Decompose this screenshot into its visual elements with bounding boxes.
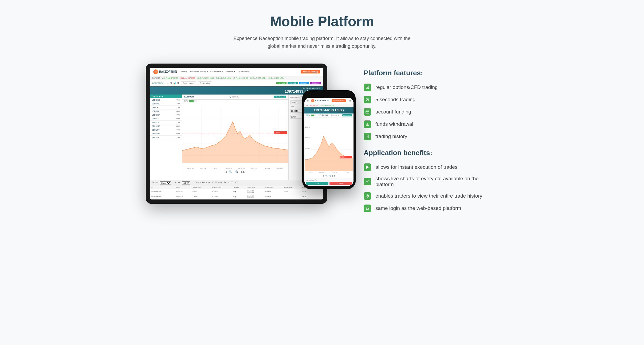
tablet-screen: R RACEOPTION Trading Account Funding ▾ S… bbox=[150, 68, 323, 199]
benefit-trade-history: enables traders to view their entire tra… bbox=[364, 192, 498, 200]
currency-usdjpy[interactable]: USD/JPY79% bbox=[150, 106, 182, 109]
chart-area: EUR/USD 🔍 00:00:43 Candle chart 56% bbox=[182, 95, 288, 180]
ticker-2: A-A Profit $75 USD bbox=[162, 77, 178, 79]
svg-line-29 bbox=[367, 100, 368, 100]
svg-marker-37 bbox=[366, 166, 369, 169]
svg-rect-30 bbox=[366, 111, 369, 113]
phone-logo-icon: R bbox=[311, 99, 314, 102]
svg-text:1.12044: 1.12044 bbox=[305, 158, 310, 160]
feature-text-3: account funding bbox=[375, 109, 411, 115]
quick-100-btn[interactable]: +100 USD bbox=[276, 82, 286, 84]
ticker-bar: GLT USD A-A Profit $75 USD S3 Loss 687 U… bbox=[150, 76, 323, 80]
phone-up-btn[interactable]: ▲ UP bbox=[306, 182, 328, 185]
ticker-5: F- Profit 143 USD bbox=[216, 77, 231, 79]
toolbar-icon-1[interactable]: ☰ bbox=[167, 82, 169, 84]
benefit-text-2: shows live charts of every cfd available… bbox=[375, 176, 498, 187]
benefit-icon-2 bbox=[364, 178, 371, 185]
feature-regular-options: regular options/CFD trading bbox=[364, 84, 498, 91]
feature-icon-3 bbox=[364, 108, 371, 116]
svg-text:1.12068: 1.12068 bbox=[305, 148, 310, 149]
trader-control-btn[interactable]: Trader control bbox=[181, 81, 196, 85]
currency-usdchf[interactable]: USD/CHF77% bbox=[150, 113, 182, 117]
currency-usdsek[interactable]: USD/SEK70% bbox=[150, 98, 182, 102]
feature-icon-2 bbox=[364, 96, 371, 103]
nav-settings[interactable]: Settings ▾ bbox=[225, 70, 235, 73]
feature-account-funding: account funding bbox=[364, 108, 498, 116]
chart-svg: 1.08975 1.08718 1.09714 1.08950 bbox=[182, 103, 288, 167]
feature-funds-withdrawal: funds withdrawal bbox=[364, 120, 498, 128]
nav-statements[interactable]: Statements ▾ bbox=[210, 70, 223, 73]
toolbar-icon-4[interactable]: ⚙ bbox=[177, 82, 179, 84]
chart-header: EUR/USD 🔍 00:00:43 Candle chart bbox=[182, 95, 288, 100]
currency-gbpjpy[interactable]: GBP/JPY70% bbox=[150, 128, 182, 132]
svg-text:1.08975: 1.08975 bbox=[274, 132, 281, 134]
asset-select[interactable]: All bbox=[182, 181, 190, 185]
phone-screen: ☰ R RACEOPTION Account funding ☰ P.E Los… bbox=[304, 98, 354, 186]
phone-down-btn[interactable]: ▼ DOWN bbox=[329, 182, 352, 185]
main-layout: ID: RCOMA/000USD 139714933.54 USD ▾ Curr… bbox=[150, 86, 323, 180]
currency-gbpusd[interactable]: GBP/USD85% bbox=[150, 124, 182, 128]
chart-nav-right[interactable]: ▶▶ bbox=[241, 170, 245, 173]
currency-usdrub[interactable]: USD/RUB70% bbox=[150, 102, 182, 106]
tablet-account-funding-btn[interactable]: Account funding bbox=[301, 70, 320, 73]
chart-zoom-in[interactable]: 🔍+ bbox=[229, 170, 234, 173]
benefit-same-login: same login as the web-based platform bbox=[364, 205, 498, 212]
table-row: RCOM5TE0017 USD/CAD 1.39271 1.39161 Put▶… bbox=[150, 194, 323, 199]
copy-trading-btn[interactable]: Copy trading bbox=[198, 81, 212, 85]
nav-trading[interactable]: Trading bbox=[180, 70, 187, 73]
phone-nav: ☰ R RACEOPTION Account funding ☰ bbox=[304, 98, 354, 104]
phone-zoom-in[interactable]: 🔍 bbox=[325, 175, 328, 177]
benefit-text-3: enables traders to view their entire tra… bbox=[375, 193, 482, 199]
nav-account-funding[interactable]: Account Funding ▾ bbox=[190, 70, 208, 73]
status-select[interactable]: Open bbox=[160, 181, 171, 185]
svg-text:1.12069: 1.12069 bbox=[305, 126, 310, 128]
benefit-icon-4 bbox=[364, 205, 371, 212]
ticker-1: GLT USD bbox=[152, 77, 160, 79]
toolbar-icon-3[interactable]: 📊 bbox=[173, 82, 176, 84]
quick-500-btn[interactable]: +500 USD bbox=[299, 82, 309, 84]
content-area: R RACEOPTION Trading Account Funding ▾ S… bbox=[146, 64, 498, 224]
tablet-toolbar: CFD/FOREX ☰ ⊡ 📊 ⚙ Trader control Copy tr… bbox=[150, 80, 323, 86]
ticker-3: S3 Loss 687 USD bbox=[180, 77, 195, 79]
platform-features-heading: Platform features: bbox=[364, 69, 498, 77]
nav-referrals[interactable]: My referrals bbox=[238, 70, 249, 73]
toolbar-icon-2[interactable]: ⊡ bbox=[170, 82, 172, 84]
main-trading-area: Currencies ▾ USD/SEK70% USD/RUB70% USD/J… bbox=[150, 95, 323, 180]
cfd-label: CFD/FOREX bbox=[152, 82, 163, 84]
tablet-nav: R RACEOPTION Trading Account Funding ▾ S… bbox=[150, 68, 323, 76]
candle-chart-btn[interactable]: Candle chart bbox=[274, 96, 286, 98]
feature-5sec-trading: 5 seconds trading bbox=[364, 96, 498, 103]
features-section: Platform features: regular options/CFD t… bbox=[364, 64, 498, 217]
currency-gbpchf[interactable]: GBP/CHF60% bbox=[150, 132, 182, 136]
quick-1000-btn[interactable]: +1000 USD bbox=[310, 82, 321, 84]
phone-chart-svg: 1.10042 1.12069 1.12044 1.12068 1.12044 bbox=[304, 117, 354, 171]
page-wrapper: Mobile Platform Experience Raceoption mo… bbox=[135, 0, 509, 240]
phone-balance: 139710442.89 USD ▾ bbox=[304, 107, 354, 113]
phone-account-funding-btn[interactable]: Account funding bbox=[332, 99, 346, 102]
tablet-frame: R RACEOPTION Trading Account Funding ▾ S… bbox=[146, 64, 327, 204]
status-bar: Status Open Asset All Choose date from: … bbox=[150, 180, 323, 186]
currency-gbpcad[interactable]: GBP/CAD70% bbox=[150, 136, 182, 139]
currencies-tab[interactable]: Currencies ▾ bbox=[150, 95, 182, 98]
currency-usdcnh[interactable]: USD/CNH60% bbox=[150, 109, 182, 113]
benefit-text-4: same login as the web-based platform bbox=[375, 205, 461, 211]
quick-250-btn[interactable]: +250 USD bbox=[288, 82, 298, 84]
feature-trading-history: trading history bbox=[364, 133, 498, 140]
svg-rect-41 bbox=[366, 208, 368, 210]
benefit-text-1: allows for instant execution of trades bbox=[375, 164, 457, 170]
tablet-nav-links: Trading Account Funding ▾ Statements ▾ S… bbox=[180, 70, 249, 73]
currency-nzdusd[interactable]: NZD/USD75% bbox=[150, 121, 182, 124]
phone-nav-left[interactable]: ◀ bbox=[322, 175, 324, 177]
page-subtitle: Experience Raceoption mobile trading pla… bbox=[229, 35, 415, 50]
app-benefits-heading: Application benefits: bbox=[364, 149, 498, 157]
chart-nav-left[interactable]: ◀ bbox=[225, 170, 227, 173]
feature-icon-4 bbox=[364, 120, 371, 128]
phone-nav-right[interactable]: ▶▶ bbox=[332, 175, 336, 177]
phone-zoom-out[interactable]: 🔍 bbox=[329, 175, 331, 177]
phone-candle-btn[interactable]: Candle chart bbox=[342, 114, 352, 116]
currency-usdcad[interactable]: USD/CAD80% bbox=[150, 117, 182, 121]
chart-zoom-out[interactable]: 🔍- bbox=[235, 170, 239, 173]
balance-display: ID: RCOMA/000USD 139714933.54 USD ▾ bbox=[150, 86, 323, 95]
chart-canvas: 1.08975 1.08718 1.09714 1.08950 bbox=[182, 103, 288, 167]
logo-icon: R bbox=[153, 69, 158, 74]
